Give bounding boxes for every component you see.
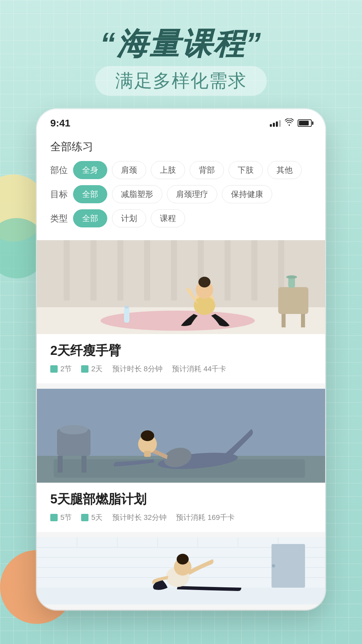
svg-point-18 (198, 277, 210, 287)
type-label: 类型 (50, 213, 68, 224)
chip-quanshen[interactable]: 全身 (73, 161, 107, 179)
battery-icon (298, 119, 312, 127)
svg-rect-35 (144, 451, 151, 457)
chip-qita[interactable]: 其他 (267, 161, 302, 179)
course-list: 2天纤瘦手臂 2节 2天 预计时长 8分钟 (37, 240, 325, 604)
svg-rect-21 (301, 314, 305, 327)
svg-point-53 (177, 554, 189, 565)
course-name-2: 5天腿部燃脂计划 (50, 491, 312, 508)
chip-plan[interactable]: 计划 (112, 209, 146, 227)
svg-rect-49 (272, 544, 305, 588)
svg-rect-6 (171, 240, 177, 301)
page-title: 全部练习 (50, 140, 312, 154)
course-card-2[interactable]: 5天腿部燃脂计划 5节 5天 预计时长 32分钟 (37, 389, 325, 532)
days-value-2: 5天 (91, 513, 103, 523)
course-image-2 (37, 389, 325, 483)
svg-rect-29 (81, 456, 86, 473)
chip-shangjin[interactable]: 上肢 (151, 161, 185, 179)
chip-beibu[interactable]: 背部 (190, 161, 224, 179)
course-card-1[interactable]: 2天纤瘦手臂 2节 2天 预计时长 8分钟 (37, 240, 325, 383)
svg-rect-4 (117, 240, 123, 301)
svg-rect-5 (144, 240, 150, 301)
course-meta-1: 2节 2天 预计时长 8分钟 预计消耗 44千卡 (50, 364, 312, 374)
course-image-1 (37, 240, 325, 334)
course-card-3[interactable] (37, 537, 325, 604)
meta-days-2: 5天 (81, 513, 103, 523)
svg-point-16 (194, 296, 215, 315)
calories-value-1: 预计消耗 44千卡 (172, 364, 227, 374)
body-part-filter-row: 部位 全身 肩颈 上肢 背部 下肢 其他 (50, 161, 312, 179)
filter-section: 部位 全身 肩颈 上肢 背部 下肢 其他 目标 全部 减脂塑形 (37, 158, 325, 240)
meta-sections-2: 5节 (50, 513, 72, 523)
svg-rect-2 (64, 240, 70, 301)
svg-rect-20 (282, 314, 286, 327)
background: “海量课程” 满足多样化需求 9:41 (0, 0, 362, 644)
goal-filter-row: 目标 全部 减脂塑形 肩颈理疗 保持健康 (50, 185, 312, 203)
svg-rect-19 (278, 287, 308, 314)
svg-rect-9 (251, 240, 257, 301)
sections-icon-2 (50, 514, 58, 521)
header-subtitle: 满足多样化需求 (115, 69, 247, 93)
type-filter-row: 类型 全部 计划 课程 (50, 209, 312, 227)
svg-rect-37 (37, 588, 325, 604)
type-chips: 全部 计划 课程 (73, 209, 185, 227)
days-icon (81, 365, 88, 373)
svg-point-23 (286, 275, 297, 279)
days-value-1: 2天 (91, 364, 103, 374)
meta-calories-1: 预计消耗 44千卡 (172, 364, 227, 374)
page-title-bar: 全部练习 (37, 133, 325, 158)
status-time: 9:41 (50, 117, 70, 129)
course-image-3 (37, 537, 325, 604)
phone-content: 全部练习 部位 全身 肩颈 上肢 背部 下肢 其他 (37, 133, 325, 604)
svg-point-30 (60, 425, 88, 434)
phone-mockup: 9:41 (37, 109, 325, 610)
duration-value-1: 预计时长 8分钟 (112, 364, 163, 374)
body-part-label: 部位 (50, 164, 68, 176)
chip-course[interactable]: 课程 (151, 209, 185, 227)
chip-type-all[interactable]: 全部 (73, 209, 107, 227)
chip-health[interactable]: 保持健康 (222, 185, 272, 203)
goal-chips: 全部 减脂塑形 肩颈理疗 保持健康 (73, 185, 272, 203)
svg-rect-14 (125, 306, 129, 309)
course-meta-2: 5节 5天 预计时长 32分钟 预计消耗 169千卡 (50, 513, 312, 523)
wifi-icon (285, 118, 294, 128)
course-info-2: 5天腿部燃脂计划 5节 5天 预计时长 32分钟 (37, 483, 325, 532)
signal-icon (270, 119, 281, 127)
svg-rect-28 (58, 456, 63, 473)
svg-point-50 (272, 564, 275, 568)
meta-calories-2: 预计消耗 169千卡 (176, 513, 235, 523)
chip-jianjing[interactable]: 肩颈 (112, 161, 146, 179)
meta-sections-1: 2节 (50, 364, 72, 374)
days-icon-2 (81, 514, 88, 521)
svg-point-12 (101, 311, 255, 331)
sections-value-2: 5节 (60, 513, 72, 523)
sections-icon (50, 365, 58, 373)
svg-rect-8 (225, 240, 231, 301)
meta-duration-2: 预计时长 32分钟 (112, 513, 167, 523)
meta-duration-1: 预计时长 8分钟 (112, 364, 163, 374)
chip-shoulder-therapy[interactable]: 肩颈理疗 (167, 185, 217, 203)
status-bar: 9:41 (37, 109, 325, 133)
header-area: “海量课程” 满足多样化需求 (0, 0, 362, 109)
duration-value-2: 预计时长 32分钟 (112, 513, 167, 523)
chip-goal-all[interactable]: 全部 (73, 185, 107, 203)
status-icons (270, 118, 312, 128)
meta-days-1: 2天 (81, 364, 103, 374)
body-part-chips: 全身 肩颈 上肢 背部 下肢 其他 (73, 161, 302, 179)
header-subtitle-container: 满足多样化需求 (95, 66, 267, 96)
header-title: “海量课程” (0, 27, 362, 61)
chip-fat-loss[interactable]: 减脂塑形 (112, 185, 162, 203)
sections-value-1: 2节 (60, 364, 72, 374)
calories-value-2: 预计消耗 169千卡 (176, 513, 235, 523)
svg-rect-3 (90, 240, 97, 301)
svg-point-34 (141, 430, 154, 441)
chip-xiajin[interactable]: 下肢 (229, 161, 263, 179)
svg-rect-13 (124, 307, 129, 323)
goal-label: 目标 (50, 189, 68, 200)
course-info-1: 2天纤瘦手臂 2节 2天 预计时长 8分钟 (37, 334, 325, 383)
course-name-1: 2天纤瘦手臂 (50, 342, 312, 359)
